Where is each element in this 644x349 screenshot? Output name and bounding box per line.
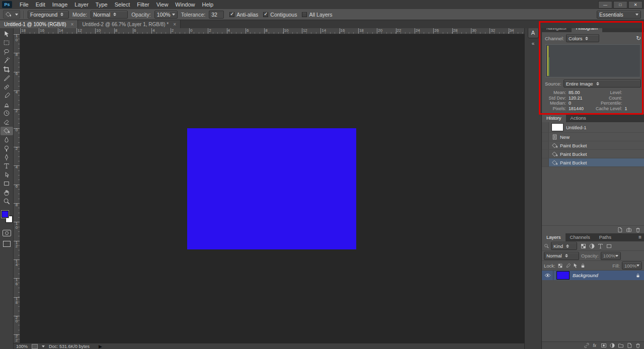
lock-position-icon[interactable] <box>573 263 578 269</box>
crop-tool[interactable] <box>1 65 13 74</box>
options-checkbox[interactable]: All Layers <box>302 12 332 18</box>
history-state[interactable]: Paint Bucket <box>542 158 644 167</box>
document-artboard[interactable] <box>187 128 356 249</box>
move-tool[interactable] <box>1 30 13 39</box>
minimize-button[interactable]: — <box>598 1 612 9</box>
layer-filter-select[interactable]: Kind <box>551 242 577 250</box>
layer-row[interactable]: Background <box>542 271 644 280</box>
filter-shape-layers-icon[interactable] <box>606 243 612 249</box>
tab-close-icon[interactable]: × <box>71 22 74 27</box>
close-button[interactable]: ✕ <box>628 1 642 9</box>
maximize-button[interactable]: □ <box>613 1 627 9</box>
checkbox-box[interactable] <box>263 12 268 17</box>
refresh-histogram-icon[interactable]: ↻ <box>636 35 641 41</box>
menu-item[interactable]: Edit <box>32 2 49 8</box>
options-checkbox[interactable]: Contiguous <box>263 12 297 18</box>
vertical-ruler[interactable]: 1086420246810121416182022 <box>14 28 20 343</box>
clone-stamp-tool[interactable] <box>1 100 13 109</box>
layer-thumbnail[interactable] <box>556 271 570 280</box>
layer-effects-icon[interactable] <box>592 342 598 348</box>
history-state-checkbox[interactable] <box>542 133 549 141</box>
rectangular-marquee-tool[interactable] <box>1 39 13 48</box>
history-source-checkbox[interactable] <box>542 122 549 132</box>
eraser-tool[interactable] <box>1 118 13 127</box>
status-widget-icon[interactable] <box>32 344 38 349</box>
opacity-select[interactable]: 100% <box>154 11 178 19</box>
add-layer-mask-icon[interactable] <box>601 342 607 348</box>
tolerance-input[interactable]: 32 <box>209 11 224 19</box>
adjustment-layer-icon[interactable] <box>609 342 615 348</box>
zoom-level[interactable]: 100% <box>16 344 28 349</box>
filter-pixel-layers-icon[interactable] <box>580 243 587 249</box>
history-state[interactable]: New <box>542 133 644 141</box>
panel-tab[interactable]: History <box>542 114 566 122</box>
lock-transparency-icon[interactable] <box>557 263 563 269</box>
menu-item[interactable]: Type <box>92 2 111 8</box>
link-layers-icon[interactable] <box>584 342 590 348</box>
panel-tab[interactable]: Layers <box>542 233 566 241</box>
hand-tool[interactable] <box>1 188 13 197</box>
history-state[interactable]: Paint Bucket <box>542 150 644 158</box>
checkbox-box[interactable] <box>229 12 234 17</box>
lasso-tool[interactable] <box>1 47 13 56</box>
channel-select[interactable]: Colors <box>566 34 599 42</box>
history-state-checkbox[interactable] <box>542 150 549 158</box>
magic-wand-tool[interactable] <box>1 56 13 65</box>
checkbox-box[interactable] <box>302 12 307 17</box>
healing-brush-tool[interactable] <box>1 82 13 92</box>
delete-layer-icon[interactable] <box>635 342 641 348</box>
workspace-switcher[interactable]: Essentials <box>597 11 641 19</box>
eyedropper-tool[interactable] <box>1 74 13 83</box>
tool-preset-picker[interactable] <box>3 10 20 19</box>
delete-state-icon[interactable] <box>635 227 641 233</box>
new-layer-icon[interactable] <box>626 342 632 348</box>
path-selection-tool[interactable] <box>1 170 13 180</box>
zoom-tool[interactable] <box>1 197 13 206</box>
tab-close-icon[interactable]: × <box>173 22 176 27</box>
foreground-color-swatch[interactable] <box>2 211 9 218</box>
layer-group-icon[interactable] <box>618 342 624 348</box>
blur-tool[interactable] <box>1 135 13 144</box>
lock-all-icon[interactable] <box>580 263 586 269</box>
document-tab[interactable]: Untitled-1 @ 100% (RGB/8) × <box>0 20 78 28</box>
brush-tool[interactable] <box>1 92 13 101</box>
screen-mode-button[interactable] <box>3 241 11 247</box>
menu-item[interactable]: File <box>16 2 32 8</box>
new-document-from-state-icon[interactable] <box>617 227 623 233</box>
filter-type-layers-icon[interactable] <box>597 243 604 249</box>
layer-fill-select[interactable]: 100% <box>622 261 642 270</box>
lock-pixels-icon[interactable] <box>565 263 571 269</box>
canvas-area[interactable] <box>20 34 524 343</box>
mode-select[interactable]: Normal <box>91 11 128 19</box>
type-tool[interactable] <box>1 162 13 171</box>
menu-item[interactable]: Layer <box>71 2 92 8</box>
panel-tab[interactable]: Channels <box>566 233 595 241</box>
menu-item[interactable]: Window <box>172 2 198 8</box>
menu-item[interactable]: Filter <box>133 2 152 8</box>
history-state-checkbox[interactable] <box>542 158 549 166</box>
source-select[interactable]: Entire Image <box>564 79 641 88</box>
blend-mode-select[interactable]: Normal <box>544 252 579 260</box>
menu-item[interactable]: Image <box>49 2 71 8</box>
layer-visibility-toggle[interactable] <box>542 271 553 280</box>
new-snapshot-icon[interactable] <box>626 227 632 233</box>
collapsed-panel-icon[interactable]: A <box>528 27 539 38</box>
layer-name[interactable]: Background <box>573 273 598 278</box>
expand-panel-icon[interactable]: « <box>525 41 541 46</box>
dodge-tool[interactable] <box>1 144 13 153</box>
history-state-checkbox[interactable] <box>542 141 549 149</box>
pen-tool[interactable] <box>1 153 13 162</box>
menu-item[interactable]: Help <box>198 2 217 8</box>
horizontal-ruler[interactable]: 1816141210864202468101214161820222426283… <box>20 28 524 34</box>
panel-menu-icon[interactable]: ≡ <box>638 233 644 241</box>
quick-mask-mode-button[interactable] <box>3 230 11 236</box>
history-state[interactable]: Paint Bucket <box>542 141 644 150</box>
menu-item[interactable]: Select <box>111 2 134 8</box>
status-expand-icon[interactable]: ▶ <box>99 344 102 349</box>
panel-tab[interactable]: Paths <box>595 233 616 241</box>
history-brush-tool[interactable] <box>1 109 13 118</box>
fill-source-select[interactable]: Foreground <box>28 11 69 19</box>
photoshop-logo[interactable]: Ps <box>2 1 12 8</box>
menu-item[interactable]: View <box>153 2 172 8</box>
panel-tab[interactable]: Actions <box>566 114 591 122</box>
